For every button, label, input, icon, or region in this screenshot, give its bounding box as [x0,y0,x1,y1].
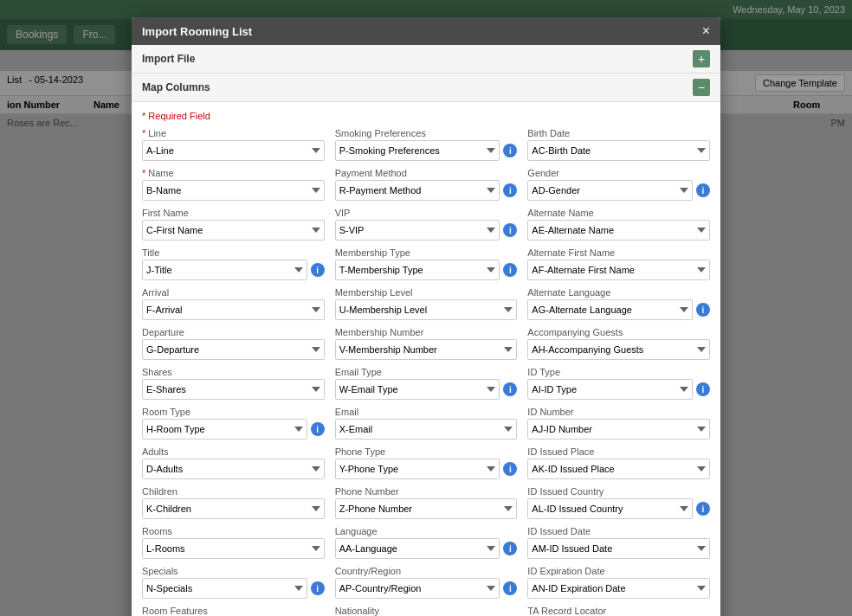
info-icon-alt-language[interactable]: i [696,303,710,317]
modal-title-bar: Import Rooming List × [132,17,720,45]
field-group-nationality: NationalityAB-Nationalityi [335,606,518,616]
field-row-membership-level: U-Membership Level [335,299,518,320]
field-row-line: A-Line [142,140,325,161]
select-email-type[interactable]: W-Email Type [335,379,500,400]
field-row-title: J-Titlei [142,260,325,280]
modal-close-button[interactable]: × [702,24,710,38]
info-icon-id-country[interactable]: i [696,502,710,516]
select-line[interactable]: A-Line [142,140,325,161]
select-departure[interactable]: G-Departure [142,339,325,360]
select-alt-language[interactable]: AG-Alternate Language [527,299,693,320]
select-shares[interactable]: E-Shares [142,379,325,400]
info-icon-country[interactable]: i [503,581,517,595]
select-phone-type[interactable]: Y-Phone Type [335,459,500,479]
field-row-departure: G-Departure [142,339,325,360]
info-icon-vip[interactable]: i [503,223,517,237]
info-icon-id-type[interactable]: i [696,382,710,396]
field-group-ta-record: TA Record LocatorAO-TA Record Locator [527,606,710,616]
select-email[interactable]: X-Email [335,419,518,440]
field-group-country: Country/RegionAP-Country/Regioni [335,566,518,599]
field-label-shares: Shares [142,367,325,377]
field-label-phone-number: Phone Number [335,486,518,497]
field-group-vip: VIPS-VIPi [335,208,518,241]
info-icon-payment[interactable]: i [503,183,517,197]
modal-overlay: Import Rooming List × Import File + Map … [0,0,852,616]
field-group-shares: SharesE-Shares [142,367,325,400]
select-id-country[interactable]: AL-ID Issued Country [527,498,693,519]
field-label-phone-type: Phone Type [335,446,518,457]
info-icon-gender[interactable]: i [696,183,710,197]
select-alt-first-name[interactable]: AF-Alternate First Name [527,260,710,280]
info-icon-email-type[interactable]: i [503,382,517,396]
select-id-issued-date[interactable]: AM-ID Issued Date [527,538,710,559]
field-group-language: LanguageAA-Languagei [335,526,518,559]
field-label-alt-language: Alternate Language [527,287,710,298]
field-label-first-name: First Name [142,208,325,218]
select-language[interactable]: AA-Language [335,538,500,559]
field-row-children: K-Children [142,498,325,519]
field-group-id-issued-date: ID Issued DateAM-ID Issued Date [527,526,710,559]
select-title[interactable]: J-Title [142,260,307,280]
field-label-name: * Name [142,168,325,178]
select-arrival[interactable]: F-Arrival [142,299,325,320]
select-specials[interactable]: N-Specials [142,578,307,599]
select-id-type[interactable]: AI-ID Type [527,379,693,400]
select-rooms[interactable]: L-Rooms [142,538,325,559]
select-accompanying[interactable]: AH-Accompanying Guests [527,339,710,360]
select-id-number[interactable]: AJ-ID Number [527,419,710,440]
info-icon-language[interactable]: i [503,542,517,555]
field-group-email-type: Email TypeW-Email Typei [335,367,518,400]
import-file-toggle[interactable]: + [693,50,710,67]
select-smoking[interactable]: P-Smoking Preferences [335,140,500,161]
select-id-exp-date[interactable]: AN-ID Expiration Date [527,578,710,599]
map-columns-section-header: Map Columns − [132,74,720,102]
field-label-id-issued-date: ID Issued Date [527,526,710,536]
field-group-first-name: First NameC-First Name [142,208,325,241]
field-group-membership-number: Membership NumberV-Membership Number [335,327,518,360]
select-membership-type[interactable]: T-Membership Type [335,260,500,280]
select-membership-number[interactable]: V-Membership Number [335,339,518,360]
select-phone-number[interactable]: Z-Phone Number [335,498,518,519]
select-id-place[interactable]: AK-ID Issued Place [527,459,710,479]
field-row-id-type: AI-ID Typei [527,379,710,400]
select-alt-name[interactable]: AE-Alternate Name [527,220,710,241]
select-adults[interactable]: D-Adults [142,459,325,479]
field-group-phone-type: Phone TypeY-Phone Typei [335,446,518,479]
field-row-email-type: W-Email Typei [335,379,518,400]
field-group-phone-number: Phone NumberZ-Phone Number [335,486,518,519]
select-country[interactable]: AP-Country/Region [335,578,500,599]
select-membership-level[interactable]: U-Membership Level [335,299,518,320]
select-children[interactable]: K-Children [142,498,325,519]
info-icon-phone-type[interactable]: i [503,462,517,476]
import-rooming-list-modal: Import Rooming List × Import File + Map … [132,17,720,616]
select-vip[interactable]: S-VIP [335,220,500,241]
field-row-rooms: L-Rooms [142,538,325,559]
modal-title: Import Rooming List [142,25,252,38]
field-group-alt-name: Alternate NameAE-Alternate Name [527,208,710,241]
field-row-phone-type: Y-Phone Typei [335,459,518,479]
columns-grid: * LineA-Line* NameB-NameFirst NameC-Firs… [142,128,710,616]
info-icon-smoking[interactable]: i [503,144,517,157]
field-row-gender: AD-Genderi [527,180,710,201]
field-row-phone-number: Z-Phone Number [335,498,518,519]
field-label-email-type: Email Type [335,367,518,377]
field-row-alt-name: AE-Alternate Name [527,220,710,241]
select-payment[interactable]: R-Payment Method [335,180,500,201]
map-columns-toggle[interactable]: − [693,79,710,96]
info-icon-room-type[interactable]: i [311,422,325,436]
select-name[interactable]: B-Name [142,180,325,201]
info-icon-specials[interactable]: i [311,581,325,595]
field-row-name: B-Name [142,180,325,201]
required-note: * Required Field [142,111,710,121]
select-birth-date[interactable]: AC-Birth Date [527,140,710,161]
select-room-type[interactable]: H-Room Type [142,419,307,440]
select-first-name[interactable]: C-First Name [142,220,325,241]
field-label-id-country: ID Issued Country [527,486,710,497]
field-label-arrival: Arrival [142,287,325,298]
field-label-ta-record: TA Record Locator [527,606,710,616]
select-gender[interactable]: AD-Gender [527,180,693,201]
field-group-room-features: Room FeaturesO-Room Featuresi [142,606,325,616]
info-icon-title[interactable]: i [311,263,325,277]
info-icon-membership-type[interactable]: i [503,263,517,277]
field-row-id-issued-date: AM-ID Issued Date [527,538,710,559]
